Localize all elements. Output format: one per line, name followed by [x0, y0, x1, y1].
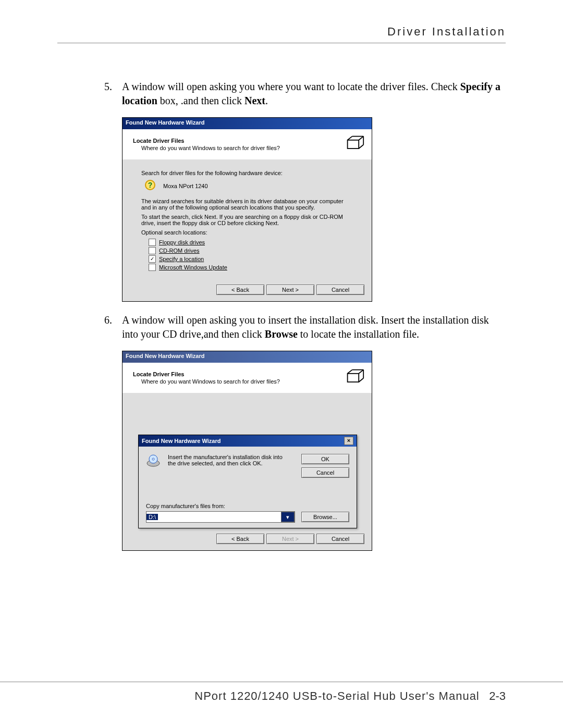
optional-label: Optional search locations:	[141, 229, 353, 236]
opt-floppy-label: Floppy disk drives	[159, 239, 205, 245]
checkbox-cdrom[interactable]	[149, 247, 156, 254]
dialog-title: Found New Hardware Wizard	[142, 438, 221, 444]
wizard-2-question: Where do you want Windows to search for …	[141, 378, 280, 385]
ok-button[interactable]: OK	[301, 454, 349, 464]
step-5-number: 5.	[104, 80, 122, 108]
next-button-disabled: Next >	[266, 534, 314, 544]
wizard-2-header: Locate Driver Files Where do you want Wi…	[123, 363, 372, 393]
svg-line-12	[348, 370, 352, 374]
wizard-1-question: Where do you want Windows to search for …	[141, 145, 280, 151]
wizard-window-2: Found New Hardware Wizard Locate Driver …	[122, 351, 372, 551]
opt-cdrom-label: CD-ROM drives	[159, 248, 200, 254]
svg-line-10	[359, 378, 363, 382]
wizard-2-titlebar: Found New Hardware Wizard	[123, 351, 372, 363]
wizard-2-subtitle: Locate Driver Files	[133, 371, 280, 377]
step-6: 6. A window will open asking you to inse…	[104, 313, 506, 341]
device-name: Moxa NPort 1240	[163, 183, 208, 189]
explain-2: To start the search, click Next. If you …	[141, 214, 353, 226]
svg-rect-8	[348, 374, 359, 382]
wizard-1-body: Search for driver files for the followin…	[123, 159, 372, 279]
step-5-text: A window will open asking you where you …	[122, 80, 506, 108]
path-value: D:\	[146, 514, 158, 520]
footer-manual-name: NPort 1220/1240 USB-to-Serial Hub User's…	[194, 689, 479, 702]
chevron-down-icon[interactable]: ▾	[281, 512, 295, 522]
opt-specify-label: Specify a location	[159, 256, 204, 262]
dialog-titlebar: Found New Hardware Wizard ×	[139, 435, 357, 447]
dialog-message: Insert the manufacturer's installation d…	[168, 454, 288, 466]
browse-button[interactable]: Browse...	[301, 512, 349, 522]
step-5: 5. A window will open asking you where y…	[104, 80, 506, 108]
page-header: Driver Installation	[57, 25, 506, 43]
hardware-icon	[346, 134, 364, 154]
explain-1: The wizard searches for suitable drivers…	[141, 198, 353, 211]
content-area: 5. A window will open asking you where y…	[57, 43, 506, 551]
opt-update-label: Microsoft Windows Update	[159, 264, 227, 270]
next-button[interactable]: Next >	[266, 285, 314, 295]
step-6-number: 6.	[104, 313, 122, 341]
path-combobox[interactable]: D:\ ▾	[146, 511, 295, 523]
device-row: ? Moxa NPort 1240	[144, 179, 353, 193]
wizard-1-buttons: < BackNext >Cancel	[123, 279, 372, 301]
checkbox-floppy[interactable]	[149, 239, 156, 246]
svg-rect-0	[348, 140, 359, 149]
checkbox-windows-update[interactable]	[149, 264, 156, 271]
question-icon: ?	[144, 179, 157, 193]
footer-page-number: 2-3	[489, 689, 506, 702]
wizard-2-buttons: < BackNext >Cancel	[123, 528, 372, 550]
svg-line-2	[359, 145, 363, 149]
option-list: Floppy disk drives CD-ROM drives ✓ Speci…	[149, 239, 353, 271]
svg-text:?: ?	[148, 181, 153, 189]
step-6-text: A window will open asking you to insert …	[122, 313, 506, 341]
search-label: Search for driver files for the followin…	[141, 170, 353, 176]
insert-disk-dialog: Found New Hardware Wizard × Insert the m…	[138, 435, 357, 528]
back-button[interactable]: < Back	[216, 285, 264, 295]
copy-from-label: Copy manufacturer's files from:	[146, 503, 349, 509]
wizard-1-subtitle: Locate Driver Files	[133, 138, 280, 144]
svg-point-16	[152, 458, 154, 460]
checkbox-specify[interactable]: ✓	[149, 255, 156, 263]
dialog-cancel-button[interactable]: Cancel	[301, 467, 349, 478]
section-title: Driver Installation	[387, 25, 506, 38]
disc-icon	[146, 454, 161, 470]
back-button-2[interactable]: < Back	[216, 534, 264, 544]
wizard-1-header: Locate Driver Files Where do you want Wi…	[123, 129, 372, 159]
close-icon[interactable]: ×	[344, 437, 353, 445]
hardware-icon-2	[346, 368, 364, 388]
wizard-window-1: Found New Hardware Wizard Locate Driver …	[122, 117, 372, 302]
svg-line-1	[359, 137, 363, 140]
svg-line-4	[348, 137, 352, 140]
wizard-1-titlebar: Found New Hardware Wizard	[123, 118, 372, 129]
cancel-button[interactable]: Cancel	[316, 285, 364, 295]
page-footer: NPort 1220/1240 USB-to-Serial Hub User's…	[0, 682, 563, 703]
svg-line-9	[359, 370, 363, 374]
cancel-button-2[interactable]: Cancel	[316, 534, 364, 544]
